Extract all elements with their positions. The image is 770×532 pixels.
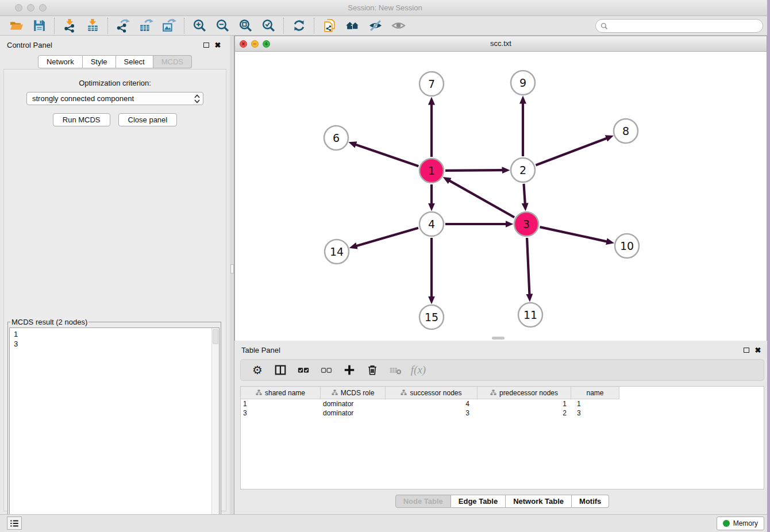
- close-icon: ✖: [755, 346, 761, 354]
- graph-edge-2-3[interactable]: [524, 184, 525, 204]
- tab-motifs[interactable]: Motifs: [572, 495, 609, 508]
- tab-network-table[interactable]: Network Table: [506, 495, 572, 508]
- result-scrollbar[interactable]: [211, 328, 219, 532]
- table-panel: Table Panel ✖ ⚙: [234, 341, 770, 514]
- tab-style[interactable]: Style: [83, 55, 116, 68]
- function-builder-button[interactable]: f(x): [410, 361, 427, 379]
- zoom-in-button[interactable]: [191, 18, 208, 34]
- zoom-fit-button[interactable]: [237, 18, 254, 34]
- splitter-grip[interactable]: [230, 264, 234, 273]
- graph-edge-1-2[interactable]: [445, 170, 503, 171]
- close-network-icon[interactable]: ×: [240, 40, 247, 48]
- graph-node-8[interactable]: 8: [614, 119, 638, 143]
- column-header-shared-name[interactable]: shared name: [241, 387, 321, 399]
- network-graph[interactable]: 7968124314101511: [235, 52, 767, 341]
- show-columns-button[interactable]: [272, 361, 289, 379]
- tab-network[interactable]: Network: [38, 55, 83, 68]
- graph-node-4[interactable]: 4: [419, 212, 444, 236]
- export-table-button[interactable]: [137, 18, 155, 34]
- cell-shared-name[interactable]: 1: [241, 399, 321, 408]
- graph-node-7[interactable]: 7: [419, 72, 444, 96]
- import-table-button[interactable]: [84, 18, 101, 34]
- column-header-mcds-role[interactable]: MCDS role: [321, 387, 386, 399]
- result-item: 3: [14, 339, 219, 349]
- cell-predecessor-nodes[interactable]: 1: [478, 399, 571, 408]
- tab-select[interactable]: Select: [116, 55, 153, 68]
- graph-edge-1-6[interactable]: [355, 144, 418, 166]
- maximize-network-icon[interactable]: +: [263, 40, 270, 48]
- export-network-button[interactable]: [114, 18, 132, 34]
- refresh-button[interactable]: [290, 18, 307, 34]
- tab-mcds[interactable]: MCDS: [153, 55, 192, 68]
- minimize-network-icon[interactable]: −: [251, 40, 259, 48]
- graph-node-11[interactable]: 11: [518, 303, 542, 327]
- zoom-window-icon[interactable]: [39, 4, 47, 11]
- delete-column-button[interactable]: [364, 361, 381, 379]
- graph-edge-4-14[interactable]: [356, 228, 418, 246]
- export-image-button[interactable]: [160, 18, 178, 34]
- column-header-name[interactable]: name: [571, 387, 619, 399]
- result-scrollbar-thumb[interactable]: [213, 329, 218, 344]
- deselect-all-columns-button[interactable]: [318, 361, 335, 379]
- network-overview-button[interactable]: [321, 18, 338, 34]
- delete-table-button[interactable]: [387, 361, 404, 379]
- graph-node-10[interactable]: 10: [615, 234, 639, 258]
- zoom-out-button[interactable]: [214, 18, 231, 34]
- float-table-panel-button[interactable]: [741, 345, 752, 355]
- graph-node-9[interactable]: 9: [511, 71, 535, 95]
- close-window-icon[interactable]: [15, 4, 22, 11]
- mcds-result-list[interactable]: 1 3: [9, 327, 220, 532]
- search-input[interactable]: [610, 20, 763, 32]
- cell-predecessor-nodes[interactable]: 2: [478, 408, 571, 418]
- run-mcds-button[interactable]: Run MCDS: [53, 113, 110, 126]
- graph-node-3[interactable]: 3: [514, 212, 538, 236]
- float-panel-button[interactable]: [201, 40, 211, 50]
- cell-mcds-role[interactable]: dominator: [321, 408, 386, 418]
- table-row[interactable]: 3 dominator 3 2 3: [241, 408, 764, 418]
- graph-node-2[interactable]: 2: [511, 158, 535, 182]
- table-settings-button[interactable]: ⚙: [249, 361, 266, 379]
- graph-edge-3-1[interactable]: [449, 180, 514, 217]
- save-session-button[interactable]: [30, 18, 48, 34]
- canvas-scrollbar-handle[interactable]: [492, 337, 505, 340]
- network-canvas[interactable]: 7968124314101511: [235, 52, 767, 341]
- close-table-panel-button[interactable]: ✖: [753, 345, 763, 355]
- cell-mcds-role[interactable]: dominator: [321, 399, 386, 408]
- hide-graphics-button[interactable]: [367, 18, 384, 34]
- close-panel-button[interactable]: ✖: [213, 40, 223, 50]
- cell-shared-name[interactable]: 3: [241, 408, 321, 418]
- network-document-icon: [322, 18, 337, 33]
- cell-successor-nodes[interactable]: 4: [386, 399, 478, 408]
- import-network-button[interactable]: [61, 18, 78, 34]
- home-networks-button[interactable]: [344, 18, 361, 34]
- zoom-selected-button[interactable]: [260, 18, 277, 34]
- show-task-history-button[interactable]: [7, 516, 22, 530]
- memory-button[interactable]: Memory: [717, 516, 764, 530]
- show-graphics-button[interactable]: [390, 18, 407, 34]
- cell-successor-nodes[interactable]: 3: [386, 408, 478, 418]
- tab-edge-table[interactable]: Edge Table: [451, 495, 506, 508]
- node-table: shared name MCDS role successor nodes pr…: [240, 386, 764, 489]
- network-window-titlebar[interactable]: × − + scc.txt: [235, 36, 767, 52]
- table-row[interactable]: 1 dominator 4 1 1: [241, 399, 764, 408]
- cell-name[interactable]: 1: [571, 399, 619, 408]
- graph-edge-3-11[interactable]: [527, 238, 529, 295]
- optimization-criterion-select[interactable]: strongly connected component: [26, 92, 203, 105]
- panel-splitter[interactable]: [230, 36, 234, 514]
- graph-node-1[interactable]: 1: [419, 159, 444, 183]
- tab-node-table[interactable]: Node Table: [395, 495, 451, 508]
- graph-node-15[interactable]: 15: [419, 305, 444, 329]
- select-all-columns-button[interactable]: [295, 361, 312, 379]
- minimize-window-icon[interactable]: [27, 4, 34, 11]
- graph-node-14[interactable]: 14: [325, 240, 349, 264]
- graph-node-label: 15: [425, 311, 438, 323]
- close-panel-push-button[interactable]: Close panel: [118, 113, 178, 126]
- graph-edge-2-8[interactable]: [536, 138, 607, 165]
- column-header-predecessor-nodes[interactable]: predecessor nodes: [478, 387, 571, 399]
- cell-name[interactable]: 3: [571, 408, 619, 418]
- create-column-button[interactable]: [341, 361, 358, 379]
- graph-node-6[interactable]: 6: [324, 126, 348, 150]
- column-header-successor-nodes[interactable]: successor nodes: [386, 387, 478, 399]
- open-file-button[interactable]: [7, 18, 25, 34]
- graph-edge-3-10[interactable]: [540, 227, 607, 241]
